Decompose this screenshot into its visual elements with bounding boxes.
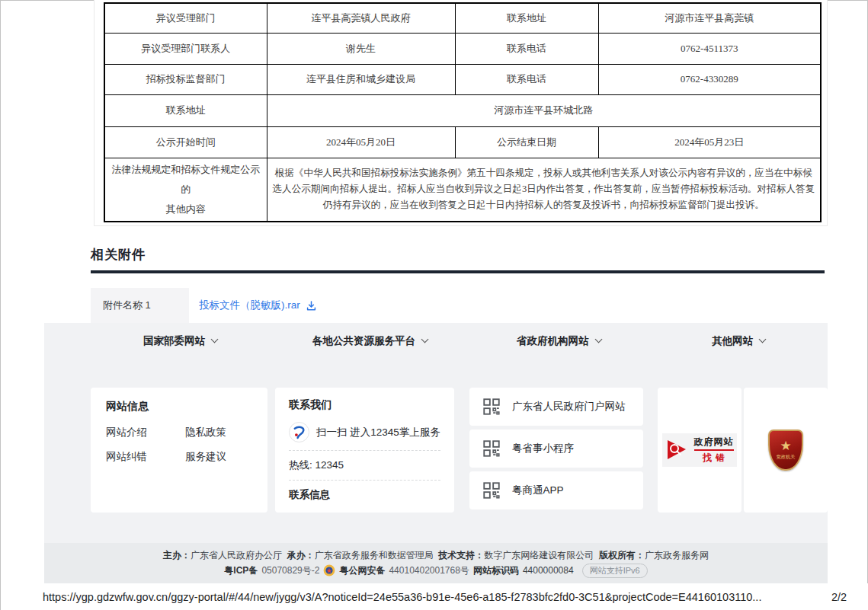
link-site-error-report[interactable]: 网站纠错 (106, 450, 185, 464)
qr-card-label: 粤省事小程序 (512, 442, 574, 455)
site-code-number: 4400000084 (523, 565, 574, 576)
qr-card-label: 粤商通APP (512, 484, 564, 497)
row-label: 公示开始时间 (104, 126, 267, 158)
site-footer: 国家部委网站 各地公共资源服务平台 省政府机构网站 其他网站 网站信息 网站介绍… (44, 323, 828, 583)
credit-label: 版权所有： (599, 550, 645, 560)
qr-code-icon (482, 439, 501, 458)
table-row: 招标投标监督部门 连平县住房和城乡建设局 联系电话 0762-4330289 (104, 64, 821, 94)
divider (289, 450, 440, 451)
contact-info-link[interactable]: 联系信息 (289, 488, 440, 502)
credit-value: 广东省政务服务和数据管理局 (315, 550, 434, 560)
footer-nav-label: 其他网站 (712, 334, 753, 348)
row-label: 异议受理部门联系人 (104, 33, 267, 64)
icp-label: 粤ICP备 (224, 564, 258, 577)
chevron-down-icon (211, 336, 219, 343)
credits-line: 主办：广东省人民政府办公厅 承办：广东省政务服务和数据管理局 技术支持：数字广东… (163, 549, 709, 562)
attachment-file-name: 投标文件（脱敏版).rar (199, 299, 300, 312)
credit-label: 技术支持： (438, 550, 484, 560)
qr-card-label: 广东省人民政府门户网站 (512, 400, 626, 414)
table-row: 法律法规规定和招标文件规定公示的 其他内容 根据《中华人民共和国招标投标法实施条… (104, 158, 821, 222)
qr-code-icon (482, 397, 501, 417)
footer-nav-national-ministries[interactable]: 国家部委网站 (143, 323, 217, 359)
row-value: 2024年05月23日 (598, 126, 821, 158)
shield-text: 党政机关 (776, 454, 795, 461)
footer-nav-label: 省政府机构网站 (517, 334, 589, 348)
police-badge-icon (323, 564, 335, 576)
shield-emblem: ★ (780, 439, 791, 452)
icp-number[interactable]: 05070829号-2 (261, 564, 319, 577)
download-icon[interactable] (306, 300, 317, 311)
legal-provision-text: 根据《中华人民共和国招标投标法实施条例》第五十四条规定，投标人或其他利害关系人对… (267, 158, 821, 222)
chevron-down-icon (759, 336, 767, 343)
12345-service-icon (289, 422, 309, 442)
print-preview-page: 异议受理部门 连平县高莞镇人民政府 联系地址 河源市连平县高莞镇 异议受理部门联… (0, 0, 868, 610)
site-code-label: 网站标识码 (473, 564, 519, 577)
ipv6-badge: 网站支持IPv6 (582, 564, 648, 578)
row-value: 连平县住房和城乡建设局 (267, 64, 455, 94)
table-row: 公示开始时间 2024年05月20日 公示结束日期 2024年05月23日 (104, 126, 821, 158)
row-label: 招标投标监督部门 (104, 64, 267, 94)
row-value: 连平县高莞镇人民政府 (267, 3, 455, 33)
print-url: https://ygp.gdzwfw.gov.cn/ggzy-portal/#/… (43, 591, 761, 603)
row-label: 联系电话 (455, 64, 598, 94)
footer-nav-label: 各地公共资源服务平台 (312, 334, 415, 348)
row-label: 联系地址 (104, 94, 267, 126)
print-page-indicator: 2/2 (831, 591, 847, 603)
table-row: 异议受理部门联系人 谢先生 联系电话 0762-4511373 (104, 33, 821, 64)
link-service-suggestion[interactable]: 服务建议 (185, 450, 252, 464)
scan-12345-row: 扫一扫 进入12345掌上服务 (289, 422, 440, 442)
contact-card: 联系我们 扫一扫 进入12345掌上服务 热线: 12345 联系信息 (275, 388, 454, 513)
table-row: 联系地址 河源市连平县环城北路 (104, 94, 821, 126)
row-value: 0762-4330289 (598, 64, 821, 94)
row-value: 河源市连平县环城北路 (267, 94, 821, 126)
find-error-line2: 找错 (699, 452, 729, 465)
divider (289, 480, 440, 481)
qr-code-icon (482, 481, 501, 500)
notice-detail-table: 异议受理部门 连平县高莞镇人民政府 联系地址 河源市连平县高莞镇 异议受理部门联… (104, 2, 822, 222)
row-label-line2: 其他内容 (110, 200, 262, 219)
site-info-title: 网站信息 (106, 400, 252, 414)
site-info-card: 网站信息 网站介绍 隐私政策 网站纠错 服务建议 (91, 388, 267, 513)
qr-card-yueshengshi[interactable]: 粤省事小程序 (469, 430, 643, 468)
row-label-line1: 法律法规规定和招标文件规定公示的 (110, 160, 262, 200)
credit-value: 广东政务服务网 (645, 550, 709, 560)
link-privacy-policy[interactable]: 隐私政策 (185, 426, 252, 439)
credit-label: 承办： (287, 550, 315, 560)
row-label: 法律法规规定和招标文件规定公示的 其他内容 (104, 158, 267, 222)
find-error-line1: 政府网站 (694, 436, 734, 449)
table-row: 异议受理部门 连平县高莞镇人民政府 联系地址 河源市连平县高莞镇 (104, 3, 821, 33)
footer-nav-label: 国家部委网站 (143, 334, 205, 348)
row-value: 0762-4511373 (598, 33, 821, 64)
credit-value: 广东省人民政府办公厅 (191, 550, 282, 560)
row-value: 谢先生 (267, 33, 455, 64)
party-gov-badge-card[interactable]: ★ 党政机关 (744, 388, 828, 513)
footer-nav-other-sites[interactable]: 其他网站 (712, 323, 765, 359)
footer-nav-provincial-agencies[interactable]: 省政府机构网站 (517, 323, 601, 359)
qr-card-gd-gov-portal[interactable]: 广东省人民政府门户网站 (469, 388, 643, 426)
row-label: 公示结束日期 (455, 126, 598, 158)
hotline-text: 热线: 12345 (289, 458, 440, 472)
police-label: 粤公网安备 (339, 564, 385, 577)
gov-site-error-finder-logo: 政府网站 找错 (662, 433, 737, 467)
print-url-strip: https://ygp.gdzwfw.gov.cn/ggzy-portal/#/… (1, 583, 868, 610)
police-number[interactable]: 44010402001768号 (389, 564, 469, 577)
row-value: 2024年05月20日 (267, 126, 455, 158)
attachment-file-link[interactable]: 投标文件（脱敏版).rar (199, 288, 317, 323)
chevron-down-icon (594, 336, 602, 343)
row-label: 异议受理部门 (104, 3, 267, 33)
legal-line: 粤ICP备 05070829号-2 粤公网安备 44010402001768号 … (224, 564, 647, 578)
credit-label: 主办： (163, 550, 191, 560)
footer-credits-bar: 主办：广东省人民政府办公厅 承办：广东省政务服务和数据管理局 技术支持：数字广东… (44, 543, 828, 583)
credit-value: 数字广东网络建设有限公司 (484, 550, 594, 560)
contact-title: 联系我们 (289, 398, 440, 412)
attachments-heading-underline (91, 270, 825, 273)
qr-card-yueshangtong[interactable]: 粤商通APP (469, 471, 643, 509)
magnifier-flag-icon (666, 439, 689, 461)
chevron-down-icon (421, 336, 429, 343)
gov-site-error-finder-card[interactable]: 政府网站 找错 (658, 388, 741, 513)
row-label: 联系电话 (455, 33, 598, 64)
footer-nav-public-resource-platforms[interactable]: 各地公共资源服务平台 (312, 323, 428, 359)
scan-text: 扫一扫 进入12345掌上服务 (316, 426, 440, 439)
row-value: 河源市连平县高莞镇 (598, 3, 821, 33)
link-site-intro[interactable]: 网站介绍 (106, 426, 185, 439)
